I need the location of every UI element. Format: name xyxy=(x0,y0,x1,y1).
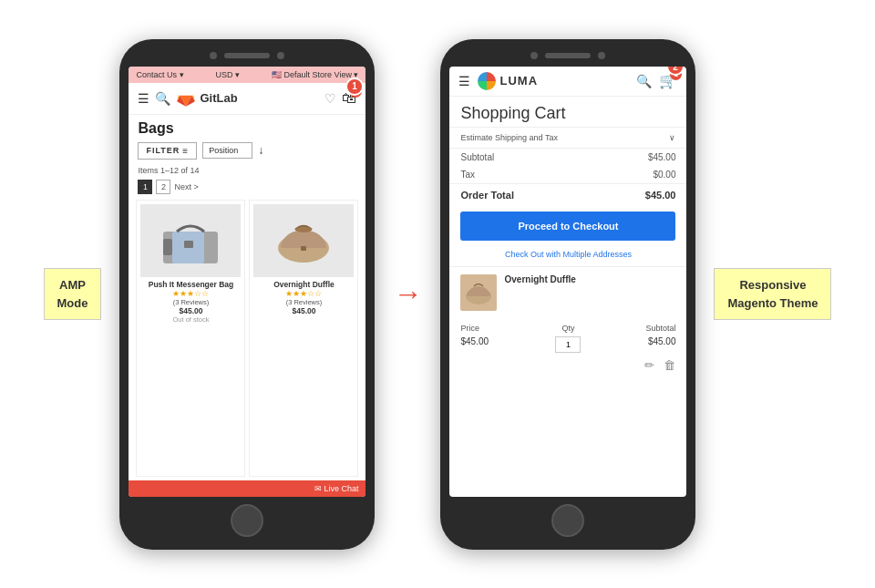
product-price-1: $45.00 xyxy=(140,306,241,315)
phone-top-bar-left xyxy=(129,52,365,59)
subtotal-value: $45.00 xyxy=(648,152,676,162)
luma-navbar: ☰ LUMA 🔍 🛒 1 ↑ 2 xyxy=(449,67,686,97)
product-stars-1: ★★★☆☆ xyxy=(140,289,241,298)
product-name-2: Overnight Duffle xyxy=(253,280,354,289)
live-chat-bar[interactable]: ✉ Live Chat xyxy=(129,480,365,497)
live-chat-text: ✉ Live Chat xyxy=(314,484,359,493)
tax-value: $0.00 xyxy=(653,170,675,180)
product-card-2[interactable]: Overnight Duffle ★★★☆☆ (3 Reviews) $45.0… xyxy=(249,200,358,477)
item-subtotal: $45.00 xyxy=(606,336,675,353)
left-phone-screen: Contact Us ▾ USD ▾ 🇺🇸 Default Store View… xyxy=(129,67,365,497)
arrow-between-phones: → xyxy=(393,277,422,311)
amp-topbar: Contact Us ▾ USD ▾ 🇺🇸 Default Store View… xyxy=(129,67,365,83)
front-camera-right xyxy=(530,52,538,59)
right-arrow-icon: → xyxy=(393,277,422,311)
right-phone: ☰ LUMA 🔍 🛒 1 ↑ 2 xyxy=(440,39,695,550)
gitlab-icon xyxy=(176,88,196,108)
checkout-button[interactable]: Proceed to Checkout xyxy=(460,211,675,241)
right-phone-screen: ☰ LUMA 🔍 🛒 1 ↑ 2 xyxy=(449,67,686,497)
gitlab-logo: GitLab xyxy=(176,88,237,108)
phone-top-bar-right xyxy=(449,52,686,59)
edit-icon[interactable]: ✏ xyxy=(644,358,654,372)
gitlab-brand-text: GitLab xyxy=(200,91,237,105)
product-price-2: $45.00 xyxy=(253,306,354,315)
product-img-2 xyxy=(253,204,354,277)
shipping-estimate-row[interactable]: Estimate Shipping and Tax ∨ xyxy=(449,128,686,149)
cart-actions: ✏ 🗑 xyxy=(449,355,686,376)
delete-icon[interactable]: 🗑 xyxy=(664,358,675,372)
contact-us[interactable]: Contact Us ▾ xyxy=(136,70,183,79)
page-2[interactable]: 2 xyxy=(156,180,170,194)
pagination: 1 2 Next > xyxy=(129,178,365,196)
phone-speaker-right xyxy=(545,53,591,58)
messenger-bag-img xyxy=(159,213,222,268)
luma-logo: ☰ LUMA xyxy=(458,72,538,90)
cart-item-image xyxy=(460,274,497,311)
luma-brand-text: LUMA xyxy=(499,74,538,88)
heart-icon[interactable]: ♡ xyxy=(324,91,336,106)
tax-label: Tax xyxy=(460,170,475,180)
amp-mode-label: AMP Mode xyxy=(44,268,102,320)
home-button-left[interactable] xyxy=(231,504,263,537)
amp-filter-row: FILTER ≡ Position ↓ xyxy=(129,139,365,163)
shipping-label: Estimate Shipping and Tax xyxy=(460,133,557,142)
product-img-1 xyxy=(140,204,241,277)
order-total-row: Order Total $45.00 xyxy=(449,183,686,204)
filter-button[interactable]: FILTER ≡ xyxy=(138,142,197,160)
product-out-of-stock-1: Out of stock xyxy=(140,315,241,324)
svg-rect-7 xyxy=(163,239,172,255)
hamburger-icon[interactable]: ☰ xyxy=(138,91,149,106)
sort-desc-icon[interactable]: ↓ xyxy=(258,144,263,157)
cart-title: Shopping Cart xyxy=(449,97,686,128)
amp-page-title: Bags xyxy=(129,115,365,139)
main-scene: AMP Mode Contact Us ▾ USD ▾ 🇺🇸 Default S… xyxy=(0,0,875,588)
responsive-magento-label: Responsive Magento Theme xyxy=(714,268,831,320)
product-card-1[interactable]: Push It Messenger Bag ★★★☆☆ (3 Reviews) … xyxy=(136,200,245,477)
phone-bottom-right xyxy=(449,504,686,537)
item-price: $45.00 xyxy=(460,336,530,353)
subtotal-row: Subtotal $45.00 xyxy=(449,149,686,166)
items-count: Items 1–12 of 14 xyxy=(129,163,365,178)
amp-navbar-right: ♡ 🛍 1 ↑ 1 xyxy=(324,90,356,107)
subtotal-label: Subtotal xyxy=(460,152,494,162)
page-next[interactable]: Next > xyxy=(174,182,198,191)
store-selector[interactable]: 🇺🇸 Default Store View ▾ xyxy=(272,70,358,79)
svg-point-10 xyxy=(295,227,312,232)
cart-duffle-img xyxy=(462,276,495,309)
left-phone: Contact Us ▾ USD ▾ 🇺🇸 Default Store View… xyxy=(119,39,375,550)
order-total-value: $45.00 xyxy=(645,190,676,201)
cart-item: Overnight Duffle xyxy=(449,266,686,318)
step1-bubble: 1 xyxy=(345,77,364,96)
phone-bottom-left xyxy=(129,504,365,537)
svg-rect-8 xyxy=(184,241,193,248)
order-total-label: Order Total xyxy=(460,190,513,201)
front-camera-right-2 xyxy=(598,52,605,59)
svg-rect-11 xyxy=(301,246,306,251)
amp-navbar: ☰ 🔍 GitLab ♡ xyxy=(129,83,365,115)
duffle-bag-img xyxy=(272,213,335,268)
shipping-chevron: ∨ xyxy=(669,133,675,142)
filter-label: FILTER xyxy=(146,146,180,155)
cart-item-name: Overnight Duffle xyxy=(504,274,575,284)
tax-row: Tax $0.00 xyxy=(449,166,686,183)
front-camera-left-2 xyxy=(277,52,284,59)
product-reviews-2: (3 Reviews) xyxy=(253,298,354,306)
filter-icon: ≡ xyxy=(182,146,189,156)
hamburger-icon-luma[interactable]: ☰ xyxy=(458,74,470,88)
search-icon-luma[interactable]: 🔍 xyxy=(636,74,652,88)
position-select[interactable]: Position xyxy=(202,142,252,159)
product-name-1: Push It Messenger Bag xyxy=(140,280,241,289)
cart-item-details-values: $45.00 $45.00 xyxy=(449,335,686,355)
phone-speaker-left xyxy=(224,53,270,58)
currency-selector[interactable]: USD ▾ xyxy=(216,70,241,79)
amp-navbar-left: ☰ 🔍 GitLab xyxy=(138,88,237,108)
front-camera-left xyxy=(210,52,217,59)
multi-address-link[interactable]: Check Out with Multiple Addresses xyxy=(449,248,686,266)
search-icon[interactable]: 🔍 xyxy=(155,91,170,106)
qty-input[interactable] xyxy=(555,336,581,353)
home-button-right[interactable] xyxy=(551,504,584,537)
subtotal-item-label: Subtotal xyxy=(606,324,675,333)
product-reviews-1: (3 Reviews) xyxy=(140,298,241,306)
page-1[interactable]: 1 xyxy=(138,180,152,194)
cart-item-details-headers: Price Qty Subtotal xyxy=(449,318,686,335)
